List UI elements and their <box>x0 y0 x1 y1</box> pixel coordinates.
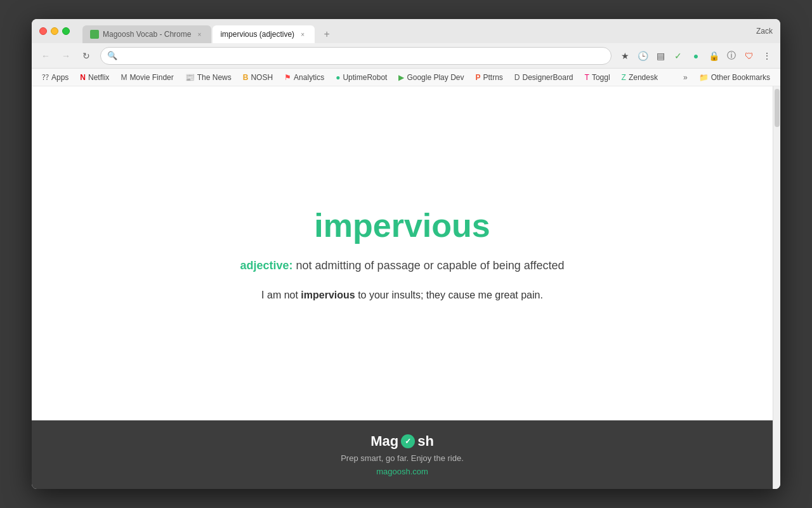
nav-bar: ← → ↻ 🔍 ★ 🕒 ▤ ✓ ● 🔒 ⓘ 🛡 ⋮ <box>32 43 780 69</box>
tab-magoosh-vocab[interactable]: Magoosh Vocab - Chrome × <box>82 25 211 43</box>
reload-button[interactable]: ↻ <box>77 47 95 65</box>
footer-logo-text-before: Mag <box>370 433 398 450</box>
footer-link[interactable]: magoosh.com <box>376 467 428 476</box>
example-before: I am not <box>261 290 301 300</box>
star-icon[interactable]: ★ <box>617 48 633 64</box>
cast-icon[interactable]: ▤ <box>652 48 669 64</box>
bookmark-movie-finder[interactable]: M Movie Finder <box>115 70 178 84</box>
bookmark-apps-label: Apps <box>51 73 69 82</box>
word-definition: adjective: not admitting of passage or c… <box>240 257 564 274</box>
bookmark-netflix[interactable]: N Netflix <box>75 70 114 84</box>
bookmark-pttrns-label: Pttrns <box>483 73 502 82</box>
maximize-button[interactable] <box>62 27 70 35</box>
word-part-of-speech: adjective: <box>240 259 292 272</box>
search-icon: 🔍 <box>107 51 117 60</box>
info-icon[interactable]: ⓘ <box>723 48 740 64</box>
menu-icon[interactable]: ⋮ <box>759 48 775 64</box>
main-content-area: impervious adjective: not admitting of p… <box>32 86 773 489</box>
extensions-icon[interactable]: ✓ <box>670 48 686 64</box>
new-tab-button[interactable]: + <box>316 25 334 43</box>
bookmark-movie-finder-label: Movie Finder <box>129 73 173 82</box>
page-footer: Mag ✓ sh Prep smart, go far. Enjoy the r… <box>32 420 773 489</box>
tab-favicon <box>90 30 99 39</box>
bookmark-the-news[interactable]: 📰 The News <box>180 70 237 84</box>
user-label: Zack <box>756 27 773 36</box>
browser-content: impervious adjective: not admitting of p… <box>32 86 780 489</box>
word-example: I am not impervious to your insults; the… <box>261 290 543 301</box>
nav-icons-right: ★ 🕒 ▤ ✓ ● 🔒 ⓘ 🛡 ⋮ <box>617 48 775 64</box>
bookmark-other[interactable]: 📁 Other Bookmarks <box>694 70 775 84</box>
back-button[interactable]: ← <box>37 47 55 65</box>
address-bar[interactable]: 🔍 <box>100 47 612 65</box>
shield-icon[interactable]: 🔒 <box>705 48 722 64</box>
bookmark-the-news-label: The News <box>197 73 232 82</box>
scrollbar-track[interactable] <box>773 86 780 489</box>
bookmark-uptime-robot-label: UptimeRobot <box>343 73 387 82</box>
nosh-icon: B <box>243 73 249 82</box>
movie-finder-icon: M <box>121 73 127 82</box>
more-bookmarks-button[interactable]: » <box>678 72 693 83</box>
content-with-scroll: impervious adjective: not admitting of p… <box>32 86 780 489</box>
forward-button[interactable]: → <box>57 47 75 65</box>
browser-window: Magoosh Vocab - Chrome × impervious (adj… <box>32 19 780 489</box>
the-news-icon: 📰 <box>185 73 195 82</box>
footer-check-icon: ✓ <box>401 434 415 448</box>
bookmark-netflix-label: Netflix <box>88 73 109 82</box>
word-definition-text: not admitting of passage or capable of b… <box>296 259 565 272</box>
address-input[interactable] <box>121 51 605 60</box>
scrollbar-thumb[interactable] <box>775 89 780 127</box>
title-bar: Magoosh Vocab - Chrome × impervious (adj… <box>32 19 780 43</box>
bookmark-analytics[interactable]: ⚑ Analytics <box>279 70 329 84</box>
bookmark-designer-board[interactable]: D DesignerBoard <box>509 70 579 84</box>
tab-impervious[interactable]: impervious (adjective) × <box>213 25 315 43</box>
bookmark-toggl[interactable]: T Toggl <box>580 70 615 84</box>
minimize-button[interactable] <box>51 27 58 35</box>
bookmark-analytics-label: Analytics <box>294 73 324 82</box>
google-play-dev-icon: ▶ <box>398 73 404 82</box>
bookmark-google-play-dev-label: Google Play Dev <box>407 73 464 82</box>
footer-logo: Mag ✓ sh <box>370 433 434 450</box>
tab-bar: Magoosh Vocab - Chrome × impervious (adj… <box>82 19 334 43</box>
apps-icon: ⁇ <box>42 73 49 82</box>
toggl-icon: T <box>585 73 589 82</box>
tab-label: Magoosh Vocab - Chrome <box>103 30 191 39</box>
bookmark-designer-board-label: DesignerBoard <box>523 73 573 82</box>
example-word: impervious <box>301 290 355 300</box>
plus-icon: + <box>324 29 329 40</box>
bookmark-nosh[interactable]: B NOSH <box>238 70 278 84</box>
history-icon[interactable]: 🕒 <box>634 48 651 64</box>
word-title: impervious <box>314 206 490 244</box>
tab-close-button[interactable]: × <box>298 30 307 39</box>
security-icon[interactable]: 🛡 <box>741 48 757 64</box>
footer-tagline: Prep smart, go far. Enjoy the ride. <box>341 453 464 463</box>
bookmark-zendesk-label: Zendesk <box>629 73 658 82</box>
netflix-icon: N <box>80 73 86 82</box>
pttrns-icon: P <box>475 73 480 82</box>
tab-close-button[interactable]: × <box>195 30 204 39</box>
bookmark-uptime-robot[interactable]: ● UptimeRobot <box>331 70 392 84</box>
bookmarks-bar: ⁇ Apps N Netflix M Movie Finder 📰 The Ne… <box>32 69 780 86</box>
bookmark-zendesk[interactable]: Z Zendesk <box>617 70 663 84</box>
folder-icon: 📁 <box>699 73 709 82</box>
designer-board-icon: D <box>514 73 520 82</box>
more-bookmarks-icon: » <box>683 73 688 82</box>
analytics-icon: ⚑ <box>284 73 291 82</box>
bookmark-toggl-label: Toggl <box>592 73 610 82</box>
profile-icon[interactable]: ● <box>688 48 704 64</box>
bookmark-apps[interactable]: ⁇ Apps <box>37 70 74 84</box>
tab-label: impervious (adjective) <box>220 30 294 39</box>
close-button[interactable] <box>39 27 47 35</box>
bookmark-pttrns[interactable]: P Pttrns <box>470 70 508 84</box>
zendesk-icon: Z <box>622 73 626 82</box>
uptime-robot-icon: ● <box>336 73 340 82</box>
page-content: impervious adjective: not admitting of p… <box>32 86 773 420</box>
bookmark-google-play-dev[interactable]: ▶ Google Play Dev <box>393 70 469 84</box>
footer-logo-text-after: sh <box>417 433 434 450</box>
bookmark-other-label: Other Bookmarks <box>711 73 770 82</box>
traffic-lights <box>39 27 70 35</box>
example-after: to your insults; they cause me great pai… <box>355 290 543 300</box>
bookmark-nosh-label: NOSH <box>251 73 273 82</box>
